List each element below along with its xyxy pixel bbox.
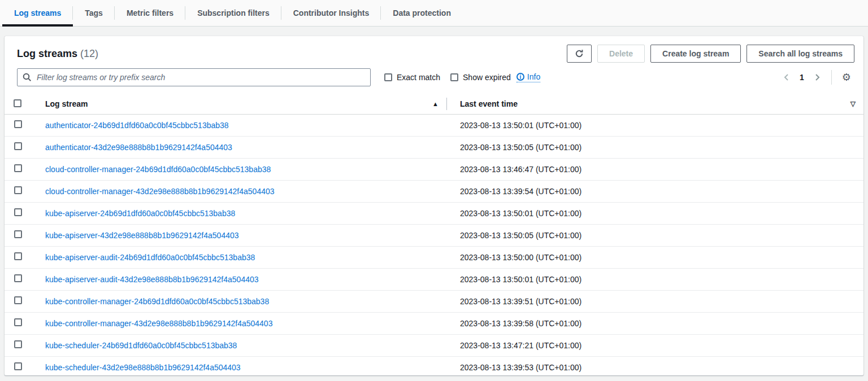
log-stream-column-label: Log stream [45, 99, 88, 108]
table-row: kube-controller-manager-43d2e98e888b8b1b… [5, 313, 863, 335]
log-streams-table: Log stream ▲ Last event time ▽ authentic… [5, 94, 863, 375]
exact-match-checkbox[interactable] [384, 73, 392, 81]
refresh-icon [575, 49, 584, 58]
last-event-time-value: 2023-08-13 13:39:53 (UTC+01:00) [446, 357, 863, 376]
tab-bar: Log streamsTagsMetric filtersSubscriptio… [0, 0, 868, 27]
next-page-button[interactable] [810, 70, 824, 85]
create-log-stream-button[interactable]: Create log stream [650, 45, 741, 63]
log-stream-link[interactable]: kube-apiserver-audit-43d2e98e888b8b1b962… [45, 275, 259, 284]
last-event-time-value: 2023-08-13 13:50:05 (UTC+01:00) [446, 137, 863, 159]
search-all-log-streams-button[interactable]: Search all log streams [747, 45, 854, 63]
refresh-button[interactable] [567, 45, 592, 63]
last-event-time-column-label: Last event time [460, 99, 518, 108]
panel-header: Log streams (12) Delete Create log strea… [5, 36, 863, 68]
info-icon: i [517, 73, 524, 81]
row-checkbox[interactable] [14, 186, 22, 194]
row-checkbox[interactable] [14, 164, 22, 172]
show-expired-checkbox-group[interactable]: Show expired [450, 73, 511, 82]
filter-log-streams-input[interactable] [17, 68, 371, 86]
log-stream-link[interactable]: cloud-controller-manager-24b69d1dfd60a0c… [45, 165, 271, 174]
last-event-time-value: 2023-08-13 13:47:21 (UTC+01:00) [446, 335, 863, 357]
row-checkbox[interactable] [14, 208, 22, 216]
header-actions: Delete Create log stream Search all log … [567, 45, 854, 63]
last-event-time-value: 2023-08-13 13:50:00 (UTC+01:00) [446, 247, 863, 269]
log-stream-link[interactable]: kube-apiserver-43d2e98e888b8b1b9629142f4… [45, 231, 239, 240]
last-event-time-value: 2023-08-13 13:39:54 (UTC+01:00) [446, 181, 863, 203]
filter-toolbar: Exact match Show expired i Info 1 [5, 68, 863, 94]
previous-page-button[interactable] [779, 70, 794, 85]
last-event-time-value: 2023-08-13 13:39:58 (UTC+01:00) [446, 313, 863, 335]
chevron-left-icon [783, 73, 791, 81]
log-stream-link[interactable]: kube-apiserver-audit-24b69d1dfd60a0c0bf4… [45, 253, 255, 262]
table-row: cloud-controller-manager-24b69d1dfd60a0c… [5, 159, 863, 181]
last-event-time-value: 2023-08-13 13:46:47 (UTC+01:00) [446, 159, 863, 181]
select-all-checkbox[interactable] [14, 99, 21, 107]
tab-log-streams[interactable]: Log streams [2, 0, 73, 26]
exact-match-checkbox-group[interactable]: Exact match [384, 73, 440, 82]
pagination: 1 [779, 70, 824, 85]
current-page-number[interactable]: 1 [796, 73, 808, 82]
last-event-time-value: 2023-08-13 13:50:05 (UTC+01:00) [446, 225, 863, 247]
tab-subscription-filters[interactable]: Subscription filters [185, 0, 281, 26]
last-event-time-value: 2023-08-13 13:39:51 (UTC+01:00) [446, 291, 863, 313]
table-row: kube-controller-manager-24b69d1dfd60a0c0… [5, 291, 863, 313]
sort-indicator-icon: ▽ [850, 100, 856, 108]
last-event-time-value: 2023-08-13 13:50:01 (UTC+01:00) [446, 269, 863, 291]
table-row: kube-apiserver-audit-43d2e98e888b8b1b962… [5, 269, 863, 291]
tab-contributor-insights[interactable]: Contributor Insights [281, 0, 381, 26]
search-icon [23, 73, 32, 82]
table-row: kube-scheduler-24b69d1dfd60a0c0bf45cbbc5… [5, 335, 863, 357]
table-row: kube-scheduler-43d2e98e888b8b1b9629142f4… [5, 357, 863, 376]
panel-title-text: Log streams [17, 48, 77, 59]
table-row: cloud-controller-manager-43d2e98e888b8b1… [5, 181, 863, 203]
tab-data-protection[interactable]: Data protection [381, 0, 463, 26]
table-body: authenticator-24b69d1dfd60a0c0bf45cbbc51… [5, 115, 863, 376]
log-stream-link[interactable]: authenticator-24b69d1dfd60a0c0bf45cbbc51… [45, 121, 229, 130]
row-checkbox[interactable] [14, 120, 22, 128]
info-link[interactable]: i Info [517, 72, 540, 82]
table-header-row: Log stream ▲ Last event time ▽ [5, 94, 863, 115]
tab-metric-filters[interactable]: Metric filters [115, 0, 185, 26]
log-stream-link[interactable]: authenticator-43d2e98e888b8b1b9629142f4a… [45, 143, 232, 152]
last-event-time-value: 2023-08-13 13:50:01 (UTC+01:00) [446, 115, 863, 137]
log-stream-link[interactable]: kube-apiserver-24b69d1dfd60a0c0bf45cbbc5… [45, 209, 235, 218]
row-checkbox[interactable] [14, 252, 22, 260]
filter-input-wrap [17, 68, 371, 86]
table-row: authenticator-24b69d1dfd60a0c0bf45cbbc51… [5, 115, 863, 137]
pagination-divider [831, 70, 832, 85]
row-checkbox[interactable] [14, 318, 22, 326]
exact-match-label: Exact match [397, 73, 440, 82]
table-row: kube-apiserver-audit-24b69d1dfd60a0c0bf4… [5, 247, 863, 269]
row-checkbox[interactable] [14, 340, 22, 348]
log-stream-link[interactable]: kube-controller-manager-24b69d1dfd60a0c0… [45, 297, 269, 306]
page-title: Log streams (12) [17, 48, 98, 60]
tab-tags[interactable]: Tags [73, 0, 115, 26]
table-row: kube-apiserver-43d2e98e888b8b1b9629142f4… [5, 225, 863, 247]
last-event-time-value: 2023-08-13 13:50:01 (UTC+01:00) [446, 203, 863, 225]
table-row: kube-apiserver-24b69d1dfd60a0c0bf45cbbc5… [5, 203, 863, 225]
row-checkbox[interactable] [14, 274, 22, 282]
sort-ascending-icon: ▲ [432, 100, 439, 107]
row-checkbox[interactable] [14, 230, 22, 238]
log-stream-link[interactable]: kube-controller-manager-43d2e98e888b8b1b… [45, 319, 272, 328]
show-expired-checkbox[interactable] [450, 73, 458, 81]
log-streams-panel: Log streams (12) Delete Create log strea… [5, 36, 863, 375]
info-link-label: Info [527, 72, 540, 81]
row-checkbox[interactable] [14, 362, 22, 370]
chevron-right-icon [813, 73, 821, 81]
log-stream-link[interactable]: kube-scheduler-24b69d1dfd60a0c0bf45cbbc5… [45, 341, 237, 350]
row-checkbox[interactable] [14, 296, 22, 304]
settings-gear-icon[interactable]: ⚙ [839, 72, 854, 82]
column-header-log-stream[interactable]: Log stream ▲ [32, 94, 446, 115]
item-count: (12) [80, 48, 98, 59]
column-header-last-event-time[interactable]: Last event time ▽ [446, 94, 863, 115]
row-checkbox[interactable] [14, 142, 22, 150]
header-checkbox-cell [5, 94, 32, 115]
show-expired-label: Show expired [463, 73, 511, 82]
delete-button[interactable]: Delete [597, 45, 645, 63]
log-stream-link[interactable]: kube-scheduler-43d2e98e888b8b1b9629142f4… [45, 363, 241, 372]
table-row: authenticator-43d2e98e888b8b1b9629142f4a… [5, 137, 863, 159]
log-stream-link[interactable]: cloud-controller-manager-43d2e98e888b8b1… [45, 187, 275, 196]
